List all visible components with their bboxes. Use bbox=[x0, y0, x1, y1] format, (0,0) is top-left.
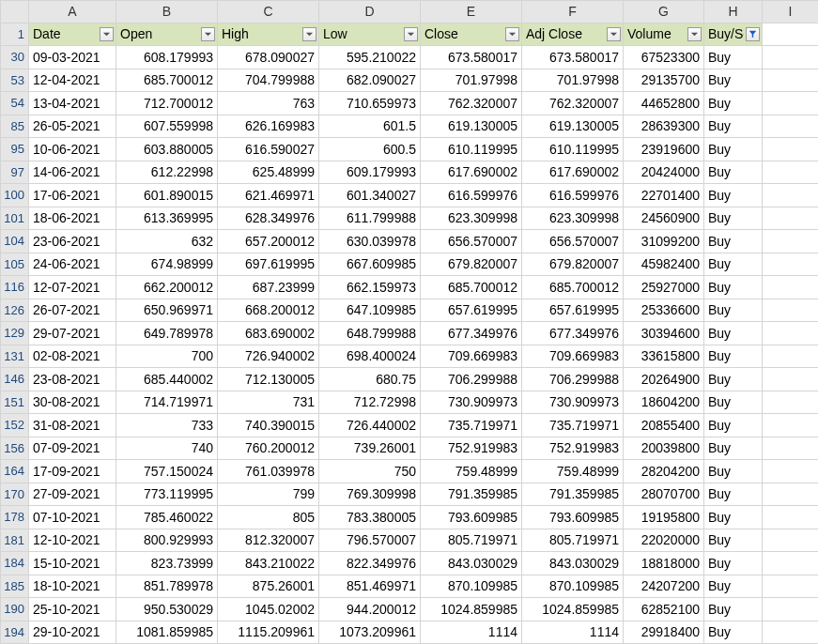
table-cell[interactable]: 608.179993 bbox=[116, 46, 218, 69]
table-cell[interactable]: 657.200012 bbox=[218, 230, 319, 253]
table-cell[interactable]: 616.590027 bbox=[218, 138, 319, 161]
filter-header[interactable]: Low bbox=[319, 23, 421, 47]
table-cell[interactable]: 735.719971 bbox=[522, 414, 624, 437]
table-cell[interactable]: Buy bbox=[704, 575, 763, 599]
row-header[interactable]: 181 bbox=[1, 529, 29, 553]
filter-active-icon[interactable] bbox=[746, 27, 760, 41]
table-cell[interactable]: 648.799988 bbox=[319, 322, 421, 345]
empty-cell[interactable] bbox=[763, 253, 818, 277]
table-cell[interactable]: Buy bbox=[704, 391, 763, 415]
column-header-E[interactable]: E bbox=[421, 0, 522, 23]
row-header[interactable]: 53 bbox=[1, 69, 29, 93]
table-cell[interactable]: 650.969971 bbox=[116, 299, 218, 323]
table-cell[interactable]: 609.179993 bbox=[319, 161, 421, 185]
table-cell[interactable]: 20855400 bbox=[624, 414, 704, 437]
table-cell[interactable]: 712.130005 bbox=[218, 368, 319, 391]
table-cell[interactable]: 625.48999 bbox=[218, 161, 319, 185]
table-cell[interactable]: 18-06-2021 bbox=[29, 207, 116, 231]
table-cell[interactable]: 623.309998 bbox=[421, 207, 522, 231]
table-cell[interactable]: 15-10-2021 bbox=[29, 552, 116, 575]
filter-dropdown-icon[interactable] bbox=[607, 27, 621, 41]
empty-cell[interactable] bbox=[763, 92, 818, 115]
table-cell[interactable]: 62852100 bbox=[624, 598, 704, 621]
table-cell[interactable]: 25927000 bbox=[624, 276, 704, 299]
empty-cell[interactable] bbox=[763, 230, 818, 253]
table-cell[interactable]: 761.039978 bbox=[218, 460, 319, 483]
table-cell[interactable]: 18818000 bbox=[624, 552, 704, 575]
table-cell[interactable]: 1073.209961 bbox=[319, 621, 421, 645]
table-cell[interactable]: 843.210022 bbox=[218, 552, 319, 575]
table-cell[interactable]: 796.570007 bbox=[319, 529, 421, 553]
table-cell[interactable]: 616.599976 bbox=[522, 184, 624, 207]
empty-cell[interactable] bbox=[763, 46, 818, 69]
table-cell[interactable]: 20264900 bbox=[624, 368, 704, 391]
table-cell[interactable]: 759.48999 bbox=[522, 460, 624, 483]
table-cell[interactable]: 698.400024 bbox=[319, 345, 421, 369]
table-cell[interactable]: 793.609985 bbox=[522, 506, 624, 529]
table-cell[interactable]: Buy bbox=[704, 506, 763, 529]
table-cell[interactable]: Buy bbox=[704, 92, 763, 115]
table-cell[interactable]: 24207200 bbox=[624, 575, 704, 599]
row-header[interactable]: 129 bbox=[1, 322, 29, 345]
empty-cell[interactable] bbox=[763, 115, 818, 139]
empty-cell[interactable] bbox=[763, 207, 818, 231]
table-cell[interactable]: 610.119995 bbox=[522, 138, 624, 161]
table-cell[interactable]: 26-05-2021 bbox=[29, 115, 116, 139]
empty-cell[interactable] bbox=[763, 460, 818, 483]
table-cell[interactable]: 601.5 bbox=[319, 115, 421, 139]
empty-cell[interactable] bbox=[763, 276, 818, 299]
table-cell[interactable]: 843.030029 bbox=[522, 552, 624, 575]
empty-cell[interactable] bbox=[763, 506, 818, 529]
table-cell[interactable]: 33615800 bbox=[624, 345, 704, 369]
table-cell[interactable]: 700 bbox=[116, 345, 218, 369]
row-header[interactable]: 151 bbox=[1, 391, 29, 415]
filter-header[interactable]: Open bbox=[116, 23, 218, 47]
table-cell[interactable]: 739.26001 bbox=[319, 437, 421, 461]
empty-cell[interactable] bbox=[763, 529, 818, 553]
table-cell[interactable]: 697.619995 bbox=[218, 253, 319, 277]
table-cell[interactable]: Buy bbox=[704, 322, 763, 345]
table-cell[interactable]: 950.530029 bbox=[116, 598, 218, 621]
table-cell[interactable]: 621.469971 bbox=[218, 184, 319, 207]
table-cell[interactable]: Buy bbox=[704, 345, 763, 369]
table-cell[interactable]: Buy bbox=[704, 46, 763, 69]
corner-cell[interactable] bbox=[1, 0, 29, 23]
table-cell[interactable]: 701.97998 bbox=[421, 69, 522, 93]
table-cell[interactable]: 613.369995 bbox=[116, 207, 218, 231]
table-cell[interactable]: 805.719971 bbox=[421, 529, 522, 553]
table-cell[interactable]: 595.210022 bbox=[319, 46, 421, 69]
table-cell[interactable]: 632 bbox=[116, 230, 218, 253]
column-header-H[interactable]: H bbox=[704, 0, 763, 23]
empty-cell[interactable] bbox=[763, 69, 818, 93]
row-header[interactable]: 152 bbox=[1, 414, 29, 437]
row-header[interactable]: 95 bbox=[1, 138, 29, 161]
row-header[interactable]: 85 bbox=[1, 115, 29, 139]
table-cell[interactable]: 726.940002 bbox=[218, 345, 319, 369]
table-cell[interactable]: Buy bbox=[704, 437, 763, 461]
row-header[interactable]: 54 bbox=[1, 92, 29, 115]
table-cell[interactable]: Buy bbox=[704, 138, 763, 161]
table-cell[interactable]: 14-06-2021 bbox=[29, 161, 116, 185]
filter-header[interactable]: Date bbox=[29, 23, 116, 47]
table-cell[interactable]: 685.700012 bbox=[421, 276, 522, 299]
filter-header[interactable]: Volume bbox=[624, 23, 704, 47]
table-cell[interactable]: 799 bbox=[218, 483, 319, 507]
table-cell[interactable]: 712.700012 bbox=[116, 92, 218, 115]
table-cell[interactable]: 23919600 bbox=[624, 138, 704, 161]
table-cell[interactable]: 27-09-2021 bbox=[29, 483, 116, 507]
empty-cell[interactable] bbox=[763, 391, 818, 415]
table-cell[interactable]: 683.690002 bbox=[218, 322, 319, 345]
filter-header[interactable]: High bbox=[218, 23, 319, 47]
table-cell[interactable]: 685.700012 bbox=[522, 276, 624, 299]
table-cell[interactable]: 843.030029 bbox=[421, 552, 522, 575]
table-cell[interactable]: 870.109985 bbox=[421, 575, 522, 599]
table-cell[interactable]: 29-10-2021 bbox=[29, 621, 116, 645]
empty-cell[interactable] bbox=[763, 23, 818, 47]
filter-header[interactable]: Close bbox=[421, 23, 522, 47]
empty-cell[interactable] bbox=[763, 299, 818, 323]
table-cell[interactable]: 17-09-2021 bbox=[29, 460, 116, 483]
table-cell[interactable]: Buy bbox=[704, 483, 763, 507]
table-cell[interactable]: Buy bbox=[704, 552, 763, 575]
column-header-B[interactable]: B bbox=[116, 0, 218, 23]
table-cell[interactable]: 677.349976 bbox=[522, 322, 624, 345]
